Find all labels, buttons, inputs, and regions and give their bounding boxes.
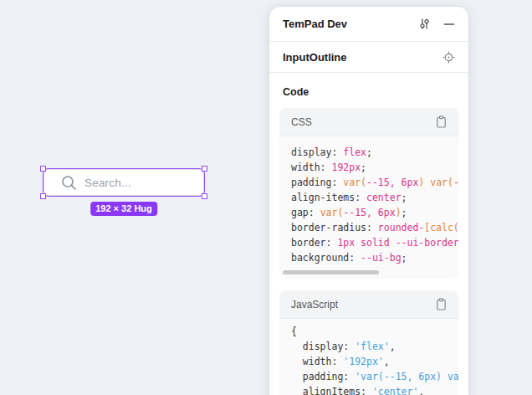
javascript-code-area[interactable]: { display: 'flex', width: '192px', paddi… (279, 319, 458, 395)
locate-target-icon[interactable] (442, 51, 455, 64)
clipboard-copy-icon[interactable] (436, 115, 447, 128)
selected-component-bounds[interactable]: Search... 192 × 32 Hug (43, 169, 204, 196)
search-input[interactable]: Search... (43, 169, 204, 196)
code-line: display: 'flex', (291, 339, 458, 354)
css-code-area[interactable]: display: flex;width: 192px;padding: var(… (279, 136, 458, 279)
size-badge: 192 × 32 Hug (90, 202, 157, 216)
code-line: width: '192px', (291, 354, 458, 369)
horizontal-scrollbar[interactable] (283, 270, 379, 274)
options-sliders-icon[interactable] (418, 18, 431, 30)
code-line: border: 1px solid --ui-border-c (291, 235, 458, 250)
code-line: gap: var(--15, 6px); (291, 205, 458, 220)
panel-title: TemPad Dev (283, 18, 418, 30)
css-block-label: CSS (291, 116, 436, 128)
code-line: border-radius: rounded-[calc(va (291, 220, 458, 235)
panel-header: TemPad Dev (269, 7, 468, 42)
code-line: width: 192px; (291, 160, 458, 175)
tempad-dev-panel: TemPad Dev InputOutline (269, 7, 468, 395)
clipboard-copy-icon[interactable] (436, 298, 447, 310)
selection-handle-bottom-left[interactable] (40, 193, 46, 199)
selection-handle-top-left[interactable] (40, 166, 46, 172)
javascript-block-header: JavaScript (279, 290, 458, 319)
code-line: { (291, 324, 458, 339)
component-name: InputOutline (283, 51, 442, 64)
code-line: background: --ui-bg; (291, 250, 458, 265)
search-icon (61, 175, 77, 191)
code-line: padding: var(--15, 6px) var(--15, (291, 175, 458, 190)
css-code-block: CSS display: flex;width: 192px;padding: … (279, 108, 458, 279)
code-line: display: flex; (291, 145, 458, 160)
search-placeholder-text: Search... (84, 177, 131, 189)
selection-handle-bottom-right[interactable] (202, 193, 207, 199)
javascript-block-label: JavaScript (291, 299, 436, 310)
css-block-header: CSS (279, 108, 458, 136)
code-line: padding: 'var(--15, 6px) var( (291, 369, 458, 384)
code-line: align-items: center; (291, 190, 458, 205)
code-line: alignItems: 'center', (291, 384, 458, 395)
selection-handle-top-right[interactable] (202, 166, 207, 172)
minimize-icon[interactable] (443, 18, 455, 30)
javascript-code-block: JavaScript { display: 'flex', width: '19… (279, 290, 458, 395)
component-row: InputOutline (269, 42, 468, 73)
code-section-label: Code (283, 86, 455, 98)
